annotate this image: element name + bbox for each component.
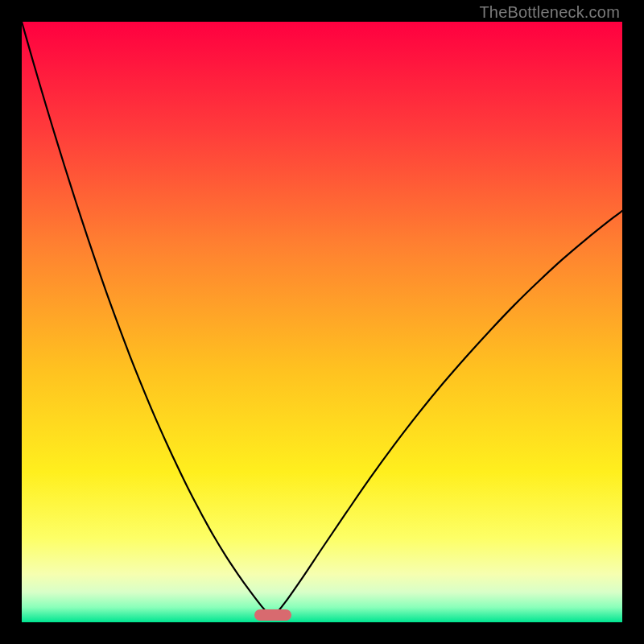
optimum-marker (254, 609, 291, 621)
chart-container: TheBottleneck.com (0, 0, 644, 644)
watermark-text: TheBottleneck.com (479, 3, 620, 22)
bottleneck-curve (22, 22, 622, 622)
plot-area (22, 22, 622, 622)
